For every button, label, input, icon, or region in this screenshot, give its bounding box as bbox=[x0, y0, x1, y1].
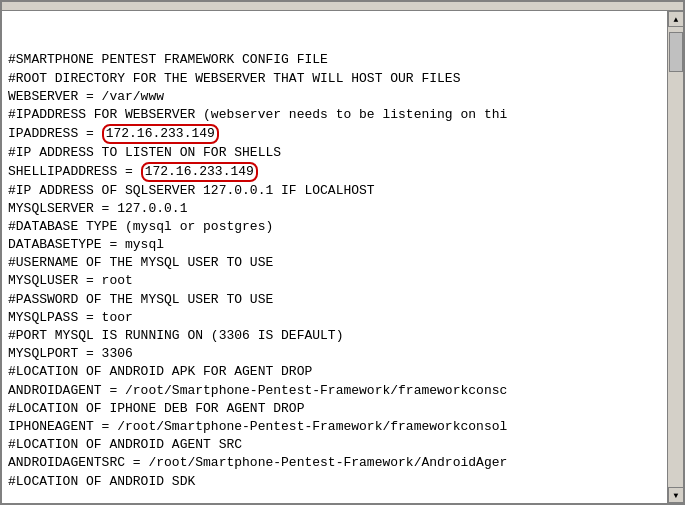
editor-line: MYSQLPORT = 3306 bbox=[8, 345, 661, 363]
menu-options[interactable] bbox=[60, 4, 76, 8]
editor-line: SHELLIPADDRESS = 172.16.233.149 bbox=[8, 162, 661, 182]
scroll-up-button[interactable]: ▲ bbox=[668, 11, 683, 27]
menu-search[interactable] bbox=[42, 4, 58, 8]
editor-line: #PASSWORD OF THE MYSQL USER TO USE bbox=[8, 291, 661, 309]
editor-line: ANDROIDAGENT = /root/Smartphone-Pentest-… bbox=[8, 382, 661, 400]
editor-line: MYSQLPASS = toor bbox=[8, 309, 661, 327]
scroll-down-button[interactable]: ▼ bbox=[668, 487, 683, 503]
editor-line: #IP ADDRESS OF SQLSERVER 127.0.0.1 IF LO… bbox=[8, 182, 661, 200]
scroll-track bbox=[668, 27, 683, 487]
editor-line: MYSQLUSER = root bbox=[8, 272, 661, 290]
menu-edit[interactable] bbox=[24, 4, 40, 8]
editor-line: IPHONEAGENT = /root/Smartphone-Pentest-F… bbox=[8, 418, 661, 436]
content-area: #SMARTPHONE PENTEST FRAMEWORK CONFIG FIL… bbox=[2, 11, 683, 503]
editor-line: #USERNAME OF THE MYSQL USER TO USE bbox=[8, 254, 661, 272]
editor-line: #IP ADDRESS TO LISTEN ON FOR SHELLS bbox=[8, 144, 661, 162]
editor-line: DATABASETYPE = mysql bbox=[8, 236, 661, 254]
scroll-thumb[interactable] bbox=[669, 32, 683, 72]
editor-line: #PORT MYSQL IS RUNNING ON (3306 IS DEFAU… bbox=[8, 327, 661, 345]
editor-line: ANDROIDAGENTSRC = /root/Smartphone-Pente… bbox=[8, 454, 661, 472]
editor-line: #LOCATION OF ANDROID SDK bbox=[8, 473, 661, 491]
menu-file[interactable] bbox=[6, 4, 22, 8]
editor-line: #ROOT DIRECTORY FOR THE WEBSERVER THAT W… bbox=[8, 70, 661, 88]
editor-line: #LOCATION OF ANDROID APK FOR AGENT DROP bbox=[8, 363, 661, 381]
menu-help[interactable] bbox=[78, 4, 94, 8]
main-window: #SMARTPHONE PENTEST FRAMEWORK CONFIG FIL… bbox=[0, 0, 685, 505]
editor-line: IPADDRESS = 172.16.233.149 bbox=[8, 124, 661, 144]
editor-line: #SMARTPHONE PENTEST FRAMEWORK CONFIG FIL… bbox=[8, 51, 661, 69]
editor-line: #IPADDRESS FOR WEBSERVER (webserver need… bbox=[8, 106, 661, 124]
editor-line: #LOCATION OF IPHONE DEB FOR AGENT DROP bbox=[8, 400, 661, 418]
editor-line: MYSQLSERVER = 127.0.0.1 bbox=[8, 200, 661, 218]
menubar bbox=[2, 2, 683, 11]
editor-line: #LOCATION OF ANDROID AGENT SRC bbox=[8, 436, 661, 454]
ip-highlight: 172.16.233.149 bbox=[141, 162, 258, 182]
text-editor[interactable]: #SMARTPHONE PENTEST FRAMEWORK CONFIG FIL… bbox=[2, 11, 667, 503]
editor-line: WEBSERVER = /var/www bbox=[8, 88, 661, 106]
ip-highlight: 172.16.233.149 bbox=[102, 124, 219, 144]
scrollbar: ▲ ▼ bbox=[667, 11, 683, 503]
editor-line: #DATABASE TYPE (mysql or postgres) bbox=[8, 218, 661, 236]
